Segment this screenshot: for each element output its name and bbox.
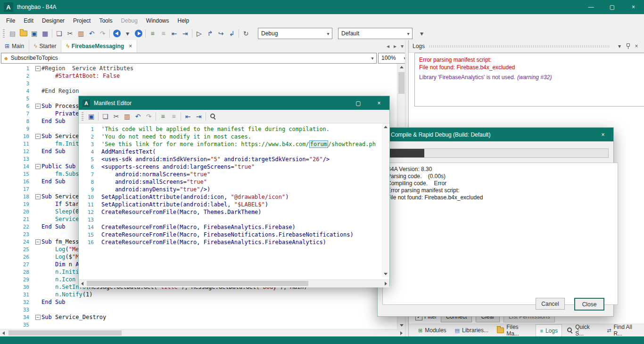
bottom-tab-modules[interactable]: ⊞Modules: [414, 324, 450, 336]
code-line[interactable]: 3: [0, 80, 397, 87]
redo-icon[interactable]: ↷: [143, 111, 154, 122]
code-line[interactable]: 16CreateResourceFromFile(Macro, Firebase…: [79, 238, 389, 246]
scrollbar-thumb[interactable]: [8, 330, 122, 336]
code-line[interactable]: 1−#Region Service Attributes: [0, 65, 397, 72]
code-line[interactable]: 4AddManifestText(: [79, 148, 389, 156]
scroll-left-icon[interactable]: [81, 282, 83, 286]
fold-collapse-icon[interactable]: −: [34, 104, 41, 109]
indent-icon[interactable]: ⇥: [180, 28, 190, 39]
code-line[interactable]: 15CreateResourceFromFile(Macro, Firebase…: [79, 231, 389, 238]
comment-icon[interactable]: ≡: [157, 111, 168, 122]
code-line[interactable]: 3'See this link for for more information…: [79, 140, 389, 148]
code-line[interactable]: 10SetApplicationAttribute(android:icon, …: [79, 193, 389, 201]
code-line[interactable]: 6<supports-screens android:largeScreens=…: [79, 163, 389, 171]
code-line[interactable]: 1'This code will be applied to the manif…: [79, 125, 389, 133]
save-icon[interactable]: ▣: [86, 111, 97, 122]
menu-tools[interactable]: Tools: [95, 15, 116, 26]
minimize-button[interactable]: —: [580, 0, 602, 14]
comment-icon[interactable]: ≡: [147, 28, 158, 39]
fold-collapse-icon[interactable]: −: [34, 239, 41, 245]
close-icon[interactable]: ×: [593, 128, 613, 141]
maximize-icon[interactable]: ▢: [348, 96, 369, 110]
menu-edit[interactable]: Edit: [19, 15, 38, 26]
toolbar-grip[interactable]: [82, 112, 83, 121]
run-icon[interactable]: ▷: [194, 28, 205, 39]
code-line[interactable]: 2'You do not need to modify it in most c…: [79, 133, 389, 140]
paste-icon[interactable]: ▥: [75, 28, 86, 39]
scroll-left-icon[interactable]: [2, 331, 5, 335]
save-icon[interactable]: ▣: [29, 28, 40, 39]
compile-dialog-titlebar[interactable]: Compile & Rapid Debug (Build: Default) ×: [378, 128, 613, 141]
pin-icon[interactable]: [624, 43, 632, 49]
open-project-icon[interactable]: [18, 28, 29, 39]
cancel-button[interactable]: Cancel: [536, 298, 565, 310]
tab-firebasemessaging[interactable]: ϟ FirebaseMessaging ×: [61, 40, 137, 52]
code-line[interactable]: 13: [79, 216, 389, 223]
editor-horizontal-scrollbar[interactable]: [0, 329, 405, 336]
scroll-up-icon[interactable]: [400, 66, 404, 68]
manifest-vertical-scrollbar[interactable]: [382, 123, 389, 277]
window-titlebar[interactable]: A thongbao - B4A — ▢ ×: [0, 0, 644, 14]
menu-designer[interactable]: Designer: [38, 15, 69, 26]
toolbar-overflow-icon[interactable]: ▾: [416, 28, 427, 39]
rebuild-icon[interactable]: ↻: [240, 28, 251, 39]
tab-list-icon[interactable]: ▾: [401, 43, 404, 49]
panel-menu-icon[interactable]: ▾: [615, 43, 624, 49]
step-out-icon[interactable]: ↲: [226, 28, 237, 39]
manifest-code-editor[interactable]: 1'This code will be applied to the manif…: [79, 123, 389, 279]
code-line[interactable]: 8 android:smallScreens="true": [79, 178, 389, 186]
menu-windows[interactable]: Windows: [142, 15, 173, 26]
panel-drag-handle[interactable]: [429, 45, 611, 48]
cut-icon[interactable]: ✂: [111, 111, 122, 122]
code-line[interactable]: 9 android:anyDensity="true"/>): [79, 186, 389, 193]
navigate-forward-icon[interactable]: [133, 28, 144, 39]
step-into-icon[interactable]: ↱: [205, 28, 215, 39]
fold-collapse-icon[interactable]: −: [34, 164, 41, 169]
code-line[interactable]: 12CreateResourceFromFile(Macro, Themes.D…: [79, 208, 389, 216]
code-navigator-combo[interactable]: ◆ SubscribeToTopics ▾: [1, 53, 377, 64]
cut-icon[interactable]: ✂: [65, 28, 75, 39]
toolbar-grip[interactable]: [3, 29, 5, 38]
close-tab-icon[interactable]: ×: [129, 43, 132, 49]
tab-main[interactable]: ⊞ Main: [0, 40, 29, 52]
uncomment-icon[interactable]: ≡: [158, 28, 169, 39]
close-icon[interactable]: ×: [369, 96, 389, 110]
code-line[interactable]: 5<uses-sdk android:minSdkVersion="5" and…: [79, 156, 389, 163]
scroll-right-icon[interactable]: [385, 282, 387, 286]
copy-icon[interactable]: ❏: [100, 111, 111, 122]
menu-project[interactable]: Project: [69, 15, 95, 26]
redo-icon[interactable]: ↷: [97, 28, 108, 39]
uncomment-icon[interactable]: ≡: [168, 111, 179, 122]
run-mode-combo[interactable]: Debug ▾: [258, 28, 332, 39]
new-file-icon[interactable]: ▤: [7, 28, 18, 39]
scroll-down-icon[interactable]: [384, 273, 388, 275]
scroll-tabs-right-icon[interactable]: ▸: [394, 43, 396, 49]
bottom-tab-quick-s[interactable]: Quick S...: [563, 324, 602, 336]
fold-collapse-icon[interactable]: −: [34, 315, 41, 320]
bottom-tab-logs[interactable]: ≡Logs: [536, 324, 561, 336]
code-line[interactable]: 34−Sub Service_Destroy: [0, 313, 397, 321]
code-line[interactable]: 14CreateResourceFromFile(Macro, Firebase…: [79, 223, 389, 231]
scrollbar-thumb[interactable]: [398, 72, 405, 94]
code-line[interactable]: 33: [0, 306, 397, 313]
fold-collapse-icon[interactable]: −: [34, 66, 41, 71]
navigate-back-dropdown-icon[interactable]: ▾: [122, 28, 133, 39]
menu-file[interactable]: File: [2, 15, 19, 26]
bottom-tab-files-ma[interactable]: Files Ma...: [493, 324, 535, 336]
save-all-icon[interactable]: ▦: [40, 28, 50, 39]
chevron-down-icon[interactable]: ▾: [324, 28, 332, 39]
tab-starter[interactable]: ϟ Starter: [29, 40, 61, 52]
manifest-editor-titlebar[interactable]: A Manifest Editor ▢ ×: [79, 96, 389, 110]
close-panel-icon[interactable]: ×: [632, 43, 641, 49]
code-line[interactable]: 35: [0, 321, 397, 328]
undo-icon[interactable]: ↶: [86, 28, 97, 39]
code-line[interactable]: 4#End Region: [0, 87, 397, 95]
scrollbar-thumb[interactable]: [87, 281, 308, 286]
bottom-tab-libraries[interactable]: ▤Libraries...: [451, 324, 492, 336]
navigate-back-icon[interactable]: [111, 28, 122, 39]
menu-help[interactable]: Help: [173, 15, 194, 26]
manifest-horizontal-scrollbar[interactable]: [79, 279, 389, 287]
chevron-down-icon[interactable]: ▾: [369, 53, 376, 63]
close-button[interactable]: ×: [623, 0, 644, 14]
undo-icon[interactable]: ↶: [132, 111, 143, 122]
